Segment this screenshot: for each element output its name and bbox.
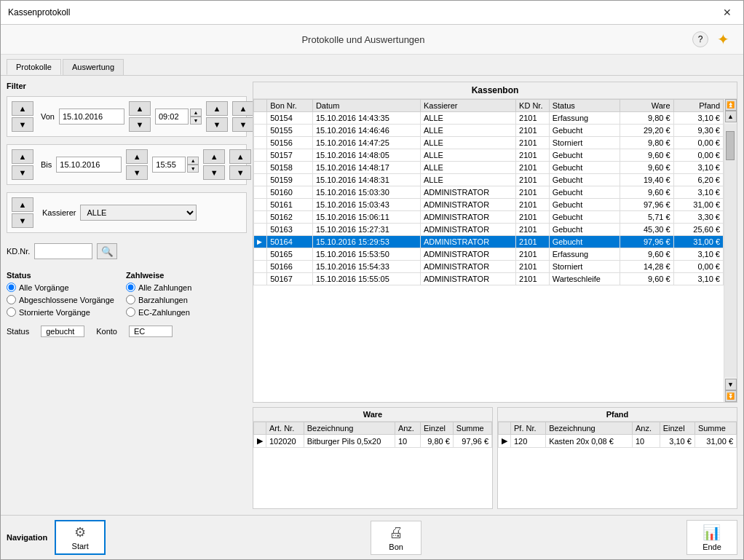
ware-table-scroll[interactable]: Art. Nr. Bezeichnung Anz. Einzel Summe ▶… (253, 422, 492, 508)
close-button[interactable]: ✕ (719, 5, 736, 20)
cell-pf-nr: 120 (511, 435, 546, 448)
start-button[interactable]: ⚙ Start (55, 520, 106, 555)
status-stornierte[interactable]: Stornierte Vorgänge (7, 307, 114, 317)
bis-nav-down2[interactable]: ▼ (229, 165, 251, 180)
ende-button[interactable]: 📊 Ende (686, 520, 737, 555)
zahlweise-ec[interactable]: EC-Zahlungen (126, 307, 191, 317)
zahlweise-radio-group: Alle Zahlungen Barzahlungen EC-Zahlungen (126, 283, 191, 317)
th-anz-pfand: Anz. (632, 422, 660, 435)
cell-status: Gebucht (549, 174, 620, 186)
filter-label: Filter (7, 82, 247, 90)
bon-button[interactable]: 🖨 Bon (371, 521, 422, 555)
th-pfand: Pfand (673, 100, 723, 112)
th-anz-ware: Anz. (395, 422, 420, 435)
help-icon[interactable]: ? (692, 31, 708, 47)
cell-kassierer: ALLE (421, 112, 516, 125)
bis-date-input[interactable] (56, 157, 122, 173)
tab-protokolle[interactable]: Protokolle (7, 59, 61, 75)
table-row[interactable]: 50158 15.10.2016 14:48:17 ALLE 2101 Gebu… (254, 162, 724, 174)
bon-label: Bon (389, 543, 403, 551)
bis-time-increment[interactable]: ▲ (187, 157, 199, 165)
table-row[interactable]: 50159 15.10.2016 14:48:31 ALLE 2101 Gebu… (254, 174, 724, 186)
cell-kassierer: ADMINISTRATOR (421, 224, 516, 236)
kassierer-up-btn[interactable]: ▲ (12, 197, 33, 212)
von-time-decrement[interactable]: ▼ (190, 117, 202, 125)
cell-status: Gebucht (549, 125, 620, 137)
von-date-input[interactable] (59, 109, 124, 125)
table-row[interactable]: 50161 15.10.2016 15:03:43 ADMINISTRATOR … (254, 199, 724, 211)
von-time-increment[interactable]: ▲ (190, 109, 202, 117)
status-section-title: Status (7, 271, 114, 280)
kassierer-select[interactable]: ALLE ADMINISTRATOR (80, 205, 197, 221)
start-label: Start (72, 542, 89, 551)
scroll-top-btn[interactable]: ⏫ (725, 99, 737, 111)
cell-bon: 50156 (267, 137, 313, 149)
bis-date-up-btn[interactable]: ▲ (12, 149, 33, 164)
bis-time-decrement[interactable]: ▼ (187, 165, 199, 173)
settings-icon[interactable]: ✦ (714, 31, 732, 48)
bis-time-up-btn[interactable]: ▲ (126, 149, 148, 164)
cell-row-pointer-pfand: ▶ (499, 435, 511, 448)
ware-tbody: ▶ 102020 Bitburger Pils 0,5x20 10 9,80 €… (254, 435, 492, 448)
table-row[interactable]: 50166 15.10.2016 15:54:33 ADMINISTRATOR … (254, 261, 724, 273)
kassierer-row: Kassierer ALLE ADMINISTRATOR (42, 205, 197, 221)
cell-kd: 2101 (516, 236, 550, 248)
von-date-down-btn[interactable]: ▼ (12, 117, 33, 132)
zahlweise-alle[interactable]: Alle Zahlungen (126, 283, 191, 292)
bis-time-input[interactable] (152, 157, 186, 173)
table-row[interactable]: 50163 15.10.2016 15:27:31 ADMINISTRATOR … (254, 224, 724, 236)
table-row[interactable]: ▶ 50164 15.10.2016 15:29:53 ADMINISTRATO… (254, 236, 724, 248)
zahlweise-title: Zahlweise (126, 271, 191, 280)
th-pointer-ware (254, 422, 266, 435)
table-row[interactable]: 50154 15.10.2016 14:43:35 ALLE 2101 Erfa… (254, 112, 724, 125)
table-row[interactable]: ▶ 102020 Bitburger Pils 0,5x20 10 9,80 €… (254, 435, 492, 448)
cell-anz: 10 (395, 435, 420, 448)
table-row[interactable]: ▶ 120 Kasten 20x 0,08 € 10 3,10 € 31,00 … (499, 435, 737, 448)
cell-pfand: 9,30 € (673, 125, 723, 137)
zahlweise-bar[interactable]: Barzahlungen (126, 295, 191, 304)
von-nav-up2[interactable]: ▲ (232, 101, 254, 116)
scroll-bottom-btn[interactable]: ⏬ (725, 390, 737, 402)
table-row[interactable]: 50162 15.10.2016 15:06:11 ADMINISTRATOR … (254, 211, 724, 224)
cell-ware: 29,20 € (620, 125, 673, 137)
table-row[interactable]: 50157 15.10.2016 14:48:05 ALLE 2101 Gebu… (254, 149, 724, 162)
bis-nav-up1[interactable]: ▲ (203, 149, 225, 164)
kd-search-button[interactable]: 🔍 (97, 243, 117, 259)
bis-time-down-btn[interactable]: ▼ (126, 165, 148, 180)
table-row[interactable]: 50165 15.10.2016 15:53:50 ADMINISTRATOR … (254, 248, 724, 261)
von-time-down-btn[interactable]: ▼ (129, 117, 151, 132)
kassenbon-table-scroll[interactable]: Bon Nr. Datum Kassierer KD Nr. Status Wa… (253, 99, 724, 402)
kassierer-down-btn[interactable]: ▼ (12, 213, 33, 228)
nav-label: Navigation (7, 533, 47, 542)
start-icon: ⚙ (74, 524, 86, 540)
scroll-up-btn[interactable]: ▲ (725, 111, 737, 122)
scroll-thumb[interactable] (726, 131, 735, 160)
cell-kassierer: ALLE (421, 125, 516, 137)
von-nav-up1[interactable]: ▲ (206, 101, 228, 116)
cell-kd: 2101 (516, 224, 550, 236)
table-row[interactable]: 50167 15.10.2016 15:55:05 ADMINISTRATOR … (254, 273, 724, 285)
von-time-up-btn[interactable]: ▲ (129, 101, 151, 116)
status-alle-vorgange[interactable]: Alle Vorgänge (7, 283, 114, 292)
cell-datum: 15.10.2016 15:27:31 (312, 224, 420, 236)
cell-ware: 45,30 € (620, 224, 673, 236)
von-date-up-btn[interactable]: ▲ (12, 101, 33, 116)
von-nav-down2[interactable]: ▼ (232, 117, 254, 132)
von-time-input[interactable] (155, 109, 189, 125)
bis-nav-down1[interactable]: ▼ (203, 165, 225, 180)
tab-auswertung[interactable]: Auswertung (63, 59, 124, 75)
pfand-title: Pfand (498, 408, 737, 422)
table-row[interactable]: 50160 15.10.2016 15:03:30 ADMINISTRATOR … (254, 186, 724, 199)
von-nav-down1[interactable]: ▼ (206, 117, 228, 132)
pfand-table-scroll[interactable]: Pf. Nr. Bezeichnung Anz. Einzel Summe ▶ … (498, 422, 737, 508)
kd-input[interactable] (34, 243, 92, 259)
bis-date-down-btn[interactable]: ▼ (12, 165, 33, 180)
table-row[interactable]: 50156 15.10.2016 14:47:25 ALLE 2101 Stor… (254, 137, 724, 149)
kassenbon-header-row: Bon Nr. Datum Kassierer KD Nr. Status Wa… (254, 100, 724, 112)
cell-status: Gebucht (549, 186, 620, 199)
cell-bezeichnung-pfand: Kasten 20x 0,08 € (546, 435, 633, 448)
scroll-down-btn[interactable]: ▼ (725, 379, 737, 390)
status-abgeschlossene[interactable]: Abgeschlossene Vorgänge (7, 295, 114, 304)
table-row[interactable]: 50155 15.10.2016 14:46:46 ALLE 2101 Gebu… (254, 125, 724, 137)
bis-nav-up2[interactable]: ▲ (229, 149, 251, 164)
